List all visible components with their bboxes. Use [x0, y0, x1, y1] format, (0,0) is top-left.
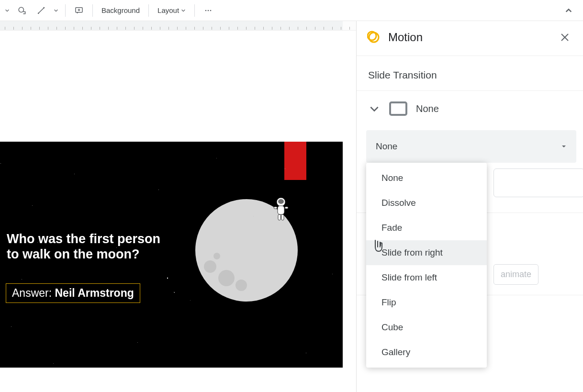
svg-rect-13: [274, 207, 277, 209]
close-panel-button[interactable]: [558, 31, 572, 44]
svg-point-11: [278, 199, 284, 204]
slide-preview[interactable]: Who was the first person to walk on the …: [0, 142, 343, 368]
transition-option[interactable]: None: [366, 166, 487, 190]
slide-answer-box[interactable]: Answer: Neil Armstrong: [6, 283, 140, 303]
transition-option[interactable]: Cube: [366, 315, 487, 340]
transition-dropdown-menu: NoneDissolveFadeSlide from rightSlide fr…: [366, 163, 487, 368]
canvas-area[interactable]: Who was the first person to walk on the …: [0, 21, 356, 392]
toolbar-separator: [194, 4, 195, 17]
motion-panel-header: Motion: [357, 21, 583, 56]
line-tool[interactable]: [33, 3, 50, 18]
shape-tool[interactable]: [13, 3, 31, 18]
slide-transition-section: Slide Transition: [357, 56, 583, 91]
current-transition-row[interactable]: None: [357, 91, 583, 130]
layout-button[interactable]: Layout: [154, 3, 190, 18]
astronaut-shape[interactable]: [273, 197, 289, 222]
previous-tool-dropdown[interactable]: [3, 5, 11, 16]
chevron-down-icon: [368, 102, 381, 115]
slide-transition-heading: Slide Transition: [368, 69, 572, 81]
more-tools-button[interactable]: [200, 3, 217, 18]
animate-button[interactable]: animate: [493, 264, 538, 285]
svg-rect-14: [285, 207, 288, 209]
svg-point-10: [277, 198, 285, 206]
slide-question-text[interactable]: Who was the first person to walk on the …: [7, 232, 169, 262]
svg-point-2: [38, 12, 39, 14]
svg-point-7: [205, 10, 207, 11]
svg-point-0: [19, 7, 23, 12]
horizontal-ruler: [0, 21, 356, 31]
current-transition-label: None: [416, 103, 439, 114]
transition-select-value: None: [376, 141, 397, 152]
comment-button[interactable]: [70, 3, 88, 18]
background-button[interactable]: Background: [98, 3, 144, 18]
answer-value: Neil Armstrong: [55, 287, 134, 299]
motion-icon: [367, 31, 381, 44]
moon-shape[interactable]: [195, 199, 298, 302]
answer-label: Answer:: [12, 287, 52, 299]
line-tool-dropdown[interactable]: [52, 5, 60, 16]
caret-down-icon: [561, 141, 567, 152]
transition-option[interactable]: Dissolve: [366, 190, 487, 215]
svg-rect-15: [278, 214, 280, 220]
svg-line-1: [38, 8, 44, 13]
svg-point-9: [210, 10, 212, 11]
toolbar-separator: [92, 4, 93, 17]
layout-label: Layout: [157, 6, 179, 14]
transition-select[interactable]: None: [366, 130, 576, 163]
slide-thumb-icon: [389, 101, 407, 116]
transition-option[interactable]: Gallery: [366, 340, 487, 365]
collapse-toolbar-button[interactable]: [561, 3, 576, 18]
toolbar-separator: [148, 4, 149, 17]
motion-panel-title: Motion: [388, 31, 423, 44]
svg-point-8: [208, 10, 209, 11]
transition-extra-box: [493, 168, 583, 197]
toolbar: Background Layout: [0, 0, 583, 21]
svg-rect-16: [281, 214, 284, 220]
transition-option[interactable]: Slide from right: [366, 240, 487, 265]
svg-rect-12: [278, 206, 284, 214]
toolbar-separator: [65, 4, 66, 17]
transition-option[interactable]: Slide from left: [366, 265, 487, 290]
red-rectangle-shape[interactable]: [284, 142, 306, 180]
transition-option[interactable]: Flip: [366, 290, 487, 315]
svg-point-3: [44, 7, 45, 8]
motion-panel: Motion Slide Transition None None: [356, 21, 583, 392]
transition-option[interactable]: Fade: [366, 215, 487, 240]
